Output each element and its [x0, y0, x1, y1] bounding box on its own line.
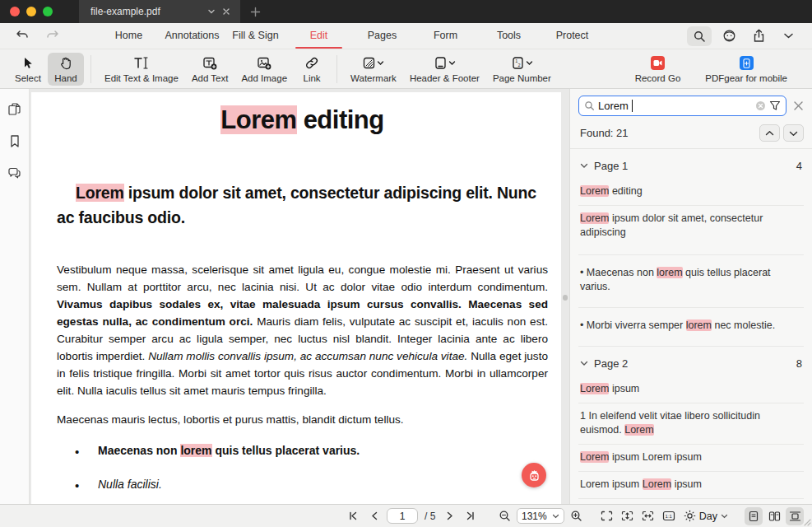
comments-panel-button[interactable] [5, 163, 25, 183]
chevron-down-icon [721, 514, 728, 519]
minimize-window-button[interactable] [26, 7, 36, 16]
tab-pages[interactable]: Pages [350, 23, 414, 49]
collapse-ribbon-button[interactable] [776, 26, 800, 46]
search-result[interactable]: Lorem ipsum [578, 376, 804, 403]
doc-heading: Lorem ipsum dolor sit amet, consectetur … [57, 180, 548, 230]
search-result[interactable]: Lorem ipsum Lorem ipsum [578, 445, 804, 472]
tab-form[interactable]: Form [414, 23, 477, 49]
link-button[interactable]: Link [294, 53, 330, 86]
thumbnails-panel-button[interactable] [5, 99, 25, 119]
page-total-label: / 5 [425, 511, 435, 522]
section-page-2[interactable]: Page 2 8 [578, 347, 804, 376]
menubar: Home Annotations Fill & Sign Edit Pages … [0, 23, 812, 49]
close-panel-icon[interactable] [793, 100, 804, 111]
tab-edit[interactable]: Edit [287, 23, 350, 49]
section-page-1[interactable]: Page 1 4 [578, 149, 804, 179]
search-result[interactable]: Lorem ipsum dolor sit amet, consectetur … [578, 206, 804, 255]
chevron-down-icon [552, 514, 559, 519]
filter-icon[interactable] [769, 100, 781, 111]
add-image-icon [257, 55, 272, 72]
watermark-icon [362, 56, 376, 70]
search-result[interactable]: Lorem editing [578, 179, 804, 206]
zoom-out-button[interactable] [495, 507, 513, 525]
next-result-button[interactable] [783, 124, 804, 142]
two-page-view-button[interactable] [765, 507, 783, 525]
record-go-icon [651, 56, 665, 70]
hand-tool-button[interactable]: Hand [48, 53, 84, 86]
search-result[interactable]: • Morbi viverra semper lorem nec molesti… [578, 308, 804, 347]
previous-page-button[interactable] [365, 507, 383, 525]
first-page-button[interactable] [344, 507, 362, 525]
pdf-page[interactable]: Lorem editing Lorem ipsum dolor sit amet… [31, 92, 561, 504]
last-page-button[interactable] [462, 507, 480, 525]
add-text-icon [202, 55, 218, 72]
page-number-input[interactable]: 1 [387, 508, 418, 524]
header-footer-button[interactable]: Header & Footer [403, 53, 486, 86]
new-tab-button[interactable] [240, 7, 271, 17]
fit-page-button[interactable] [598, 507, 616, 525]
theme-label: Day [699, 511, 717, 522]
share-button[interactable] [746, 26, 771, 46]
undo-button[interactable] [13, 27, 31, 45]
add-text-button[interactable]: Add Text [185, 53, 235, 86]
section-collapse-icon[interactable] [580, 361, 588, 366]
search-result[interactable]: Lorem ipsum Lorem ipsum [578, 472, 804, 499]
section-count: 8 [796, 357, 802, 370]
previous-result-button[interactable] [759, 124, 780, 142]
watermark-button[interactable]: Watermark [344, 53, 403, 86]
fit-width-button[interactable] [639, 507, 657, 525]
zoom-level-select[interactable]: 131% [517, 508, 564, 524]
resize-handle[interactable] [804, 519, 811, 526]
support-button[interactable] [717, 26, 741, 46]
select-tool-button[interactable]: Select [8, 53, 48, 86]
tab-close-icon[interactable] [219, 7, 234, 16]
tab-chevron-icon[interactable] [204, 7, 219, 16]
ribbon-tabs: Home Annotations Fill & Sign Edit Pages … [97, 23, 604, 49]
toolbar-divider [90, 55, 91, 83]
search-button[interactable] [687, 26, 712, 46]
chevron-down-icon [448, 59, 456, 67]
ai-assistant-button[interactable] [522, 463, 546, 487]
robot-icon [527, 469, 541, 483]
edit-text-image-button[interactable]: Edit Text & Image [98, 53, 185, 86]
edit-text-icon [133, 55, 150, 72]
vertical-scrollbar[interactable] [563, 295, 568, 301]
zoom-window-button[interactable] [43, 7, 53, 16]
next-page-button[interactable] [440, 507, 458, 525]
zoom-in-button[interactable] [568, 507, 586, 525]
traffic-lights [0, 7, 64, 16]
record-go-button[interactable]: Record Go [629, 53, 688, 86]
clear-search-icon[interactable] [755, 100, 766, 111]
svg-text:1:1: 1:1 [665, 514, 672, 519]
page-number-icon: 12 [511, 56, 525, 70]
document-tab[interactable]: file-example.pdf [79, 0, 240, 23]
search-result[interactable]: • Maecenas non lorem quis tellus placera… [578, 255, 804, 308]
pdfgear-mobile-button[interactable]: PDFgear for mobile [698, 53, 794, 86]
fit-height-button[interactable] [619, 507, 637, 525]
document-viewport[interactable]: Lorem editing Lorem ipsum dolor sit amet… [30, 89, 569, 504]
tab-tools[interactable]: Tools [477, 23, 541, 49]
tab-fill-sign[interactable]: Fill & Sign [224, 23, 287, 49]
bookmarks-panel-button[interactable] [5, 131, 25, 151]
add-image-button[interactable]: Add Image [234, 53, 294, 86]
text-caret [632, 100, 633, 112]
titlebar: file-example.pdf [0, 0, 812, 23]
link-icon [304, 55, 319, 72]
search-query-text: Lorem [598, 100, 629, 112]
actual-size-button[interactable]: 1:1 [660, 507, 678, 525]
single-page-view-button[interactable] [745, 507, 763, 525]
chevron-down-icon [526, 59, 533, 67]
section-collapse-icon[interactable] [580, 163, 588, 169]
page-number-button[interactable]: 12 Page Number [486, 53, 558, 86]
tab-home[interactable]: Home [97, 23, 160, 49]
tab-protect[interactable]: Protect [541, 23, 604, 49]
theme-select[interactable]: Day [680, 510, 731, 522]
close-window-button[interactable] [10, 7, 20, 16]
tab-annotations[interactable]: Annotations [160, 23, 224, 49]
search-input[interactable]: Lorem [578, 96, 786, 116]
continuous-scroll-view-button[interactable] [786, 507, 804, 525]
search-result[interactable]: 1 In eleifend velit vitae libero sollici… [578, 403, 804, 445]
doc-bullet-list: Maecenas non lorem quis tellus placerat … [57, 443, 548, 504]
redo-button[interactable] [43, 27, 61, 45]
doc-title: Lorem editing [57, 105, 548, 135]
